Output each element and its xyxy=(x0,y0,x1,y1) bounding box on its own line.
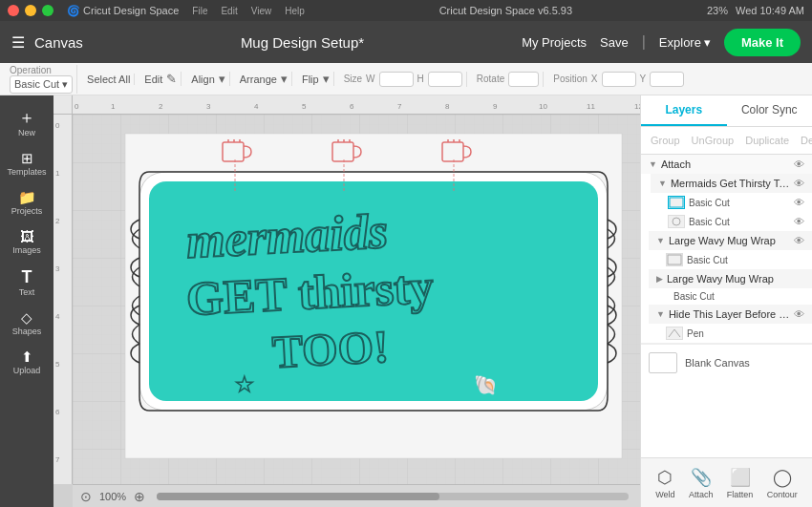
sidebar-item-text[interactable]: T Text xyxy=(4,263,50,303)
attach-button[interactable]: 📎 Attach xyxy=(689,467,714,499)
explore-button[interactable]: Explore ▾ xyxy=(659,35,711,50)
toolbar-flip[interactable]: Flip ▾ xyxy=(298,72,334,86)
mug-wrap-2-header[interactable]: ▶ Large Wavy Mug Wrap xyxy=(649,269,812,288)
duplicate-button[interactable]: Duplicate xyxy=(739,132,795,149)
sidebar-item-new[interactable]: ＋ New xyxy=(4,103,50,143)
clock: Wed 10:49 AM xyxy=(736,5,804,16)
bc1-thumb xyxy=(668,196,685,209)
menu-view[interactable]: View xyxy=(251,6,272,16)
position-x-input[interactable] xyxy=(602,72,636,87)
mug-wrap-1-eye[interactable]: 👁 xyxy=(794,235,804,246)
svg-text:4: 4 xyxy=(55,312,60,321)
edit-icon[interactable]: ✎ xyxy=(166,72,177,86)
close-dot[interactable] xyxy=(8,5,19,16)
attach-arrow: ▼ xyxy=(649,159,657,169)
canvas-svg[interactable]: mermaids GET thirsty TOO! ★ 🐚 xyxy=(73,115,640,484)
position-y-input[interactable] xyxy=(650,72,684,87)
panel-tabs: Layers Color Sync xyxy=(641,95,812,127)
hide-layer-eye[interactable]: 👁 xyxy=(794,308,804,320)
toolbar-size: Size W H xyxy=(340,72,467,87)
svg-text:9: 9 xyxy=(493,102,498,111)
layers-list: ▼ Attach 👁 ▼ Mermaids Get Thirsty Too 👁 xyxy=(641,155,812,457)
upload-icon: ⬆ xyxy=(21,349,33,364)
bc1-eye[interactable]: 👁 xyxy=(794,197,804,208)
toolbar-select-all[interactable]: Select All xyxy=(83,74,135,85)
zoom-fit-icon[interactable]: ⊙ xyxy=(80,489,92,504)
battery-status: 23% xyxy=(707,5,728,16)
group-button[interactable]: Group xyxy=(645,132,686,149)
contour-icon: ◯ xyxy=(773,467,792,488)
canvas-area[interactable]: 0 1 2 3 4 5 6 7 8 9 10 11 12 0 1 2 3 xyxy=(53,95,640,507)
make-it-button[interactable]: Make It xyxy=(724,29,801,56)
toolbar-arrange[interactable]: Arrange ▾ xyxy=(236,72,292,86)
mermaids-title: Mermaids Get Thirsty Too xyxy=(671,178,790,189)
rotate-input[interactable] xyxy=(508,72,539,87)
my-projects-button[interactable]: My Projects xyxy=(522,35,587,50)
flatten-button[interactable]: ⬜ Flatten xyxy=(727,467,754,499)
app-header: ☰ Canvas Mug Design Setup* My Projects S… xyxy=(0,21,812,63)
save-button[interactable]: Save xyxy=(600,35,629,50)
svg-text:12: 12 xyxy=(634,102,640,111)
size-h-input[interactable] xyxy=(428,72,462,87)
hide-layer-subgroup: ▼ Hide This Layer Before Cutti... 👁 Pen xyxy=(641,305,812,343)
hamburger-menu[interactable]: ☰ xyxy=(11,33,25,52)
sidebar-item-projects[interactable]: 📁 Projects xyxy=(4,184,50,222)
contour-button[interactable]: ◯ Contour xyxy=(767,467,798,499)
document-title: Mug Design Setup* xyxy=(241,34,364,51)
attach-title: Attach xyxy=(661,158,790,170)
tab-color-sync[interactable]: Color Sync xyxy=(727,95,813,126)
svg-text:TOO!: TOO! xyxy=(271,321,390,377)
menu-file[interactable]: File xyxy=(192,6,207,16)
mug-wrap-1-subgroup: ▼ Large Wavy Mug Wrap 👁 Basic Cut xyxy=(641,231,812,269)
blank-canvas-swatch[interactable] xyxy=(649,352,677,373)
toolbar-operation: Operation Basic Cut ▾ xyxy=(6,65,77,94)
delete-button[interactable]: Delete xyxy=(795,132,812,149)
bc3-thumb xyxy=(666,253,683,266)
svg-text:7: 7 xyxy=(55,455,60,464)
operation-select[interactable]: Basic Cut ▾ xyxy=(10,75,73,94)
ungroup-button[interactable]: UnGroup xyxy=(686,132,740,149)
maximize-dot[interactable] xyxy=(42,5,53,16)
toolbar-edit[interactable]: Edit ✎ xyxy=(140,72,182,86)
menu-edit[interactable]: Edit xyxy=(221,6,237,16)
size-w-input[interactable] xyxy=(379,72,414,87)
minimize-dot[interactable] xyxy=(25,5,36,16)
pen-thumb xyxy=(666,327,683,340)
bc1-label: Basic Cut xyxy=(689,198,790,208)
mermaids-header[interactable]: ▼ Mermaids Get Thirsty Too 👁 xyxy=(651,174,812,193)
sidebar-item-shapes[interactable]: ◇ Shapes xyxy=(4,305,50,342)
mug-wrap-1-header[interactable]: ▼ Large Wavy Mug Wrap 👁 xyxy=(649,231,812,250)
tab-layers[interactable]: Layers xyxy=(641,95,727,126)
attach-icon: 📎 xyxy=(691,467,712,488)
projects-icon: 📁 xyxy=(18,190,36,204)
zoom-plus-icon[interactable]: ⊕ xyxy=(134,489,145,504)
hide-layer-header[interactable]: ▼ Hide This Layer Before Cutti... 👁 xyxy=(649,305,812,324)
layer-group-attach: ▼ Attach 👁 ▼ Mermaids Get Thirsty Too 👁 xyxy=(641,155,812,344)
weld-button[interactable]: ⬡ Weld xyxy=(655,467,674,499)
mac-titlebar: 🌀 Cricut Design Space File Edit View Hel… xyxy=(0,0,812,21)
mug-wrap-2-title: Large Wavy Mug Wrap xyxy=(667,273,804,285)
svg-text:10: 10 xyxy=(539,102,547,111)
svg-text:11: 11 xyxy=(587,102,595,111)
sidebar-item-upload[interactable]: ⬆ Upload xyxy=(4,344,50,381)
toolbar-align[interactable]: Align ▾ xyxy=(187,72,229,86)
weld-icon: ⬡ xyxy=(657,467,673,488)
sidebar-item-templates[interactable]: ⊞ Templates xyxy=(4,145,50,182)
svg-text:4: 4 xyxy=(254,102,259,111)
mermaids-eye-icon[interactable]: 👁 xyxy=(794,178,804,189)
bc2-eye[interactable]: 👁 xyxy=(794,216,804,227)
blank-canvas-label: Blank Canvas xyxy=(685,357,750,369)
right-panel: Layers Color Sync Group UnGroup Duplicat… xyxy=(640,95,812,507)
menu-help[interactable]: Help xyxy=(285,6,305,16)
sidebar-item-images[interactable]: 🖼 Images xyxy=(4,223,50,261)
svg-text:3: 3 xyxy=(55,264,60,273)
bc3-label: Basic Cut xyxy=(687,255,804,265)
scroll-bar-horizontal[interactable] xyxy=(157,493,629,500)
left-sidebar: ＋ New ⊞ Templates 📁 Projects 🖼 Images T … xyxy=(0,95,53,507)
svg-text:mermaids: mermaids xyxy=(185,203,390,268)
attach-eye-icon[interactable]: 👁 xyxy=(794,158,804,170)
mug-wrap-2-subgroup: ▶ Large Wavy Mug Wrap Basic Cut xyxy=(641,269,812,305)
layer-group-attach-header[interactable]: ▼ Attach 👁 xyxy=(641,155,812,174)
mermaids-subgroup: ▼ Mermaids Get Thirsty Too 👁 Basic Cut 👁 xyxy=(641,174,812,231)
new-icon: ＋ xyxy=(18,109,35,126)
